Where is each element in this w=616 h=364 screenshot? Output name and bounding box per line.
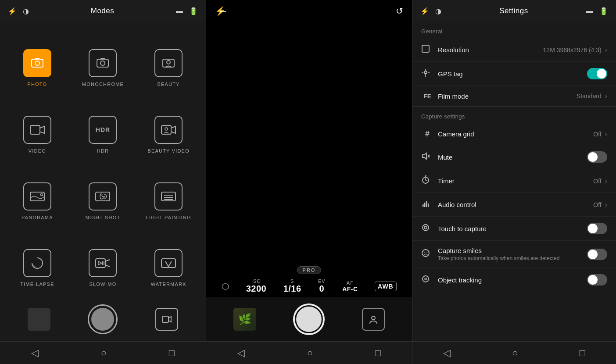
film-mode-label: Film mode (438, 93, 577, 100)
mode-beauty[interactable]: BEAUTY (136, 26, 201, 93)
camera-viewfinder[interactable] (206, 22, 412, 264)
settings-hdr-icon[interactable]: ◑ (435, 7, 441, 15)
video-btn-icon (162, 315, 172, 323)
svg-marker-9 (40, 126, 44, 133)
video-icon (29, 124, 45, 136)
awb-badge[interactable]: AWB (375, 282, 397, 291)
mute-toggle[interactable] (587, 151, 607, 163)
touch-to-capture-row[interactable]: Touch to capture (412, 217, 616, 241)
grid-icon: # (421, 129, 433, 139)
home-btn-mid[interactable]: ○ (307, 347, 313, 359)
panorama-icon (29, 190, 45, 203)
modes-panel: ⚡ ◑ Modes ▬ 🔋 PHOTO (0, 0, 206, 364)
mode-light-painting[interactable]: LIGHT PAINTING (136, 160, 201, 226)
hdr-text: HDR (96, 126, 110, 133)
recents-btn-left[interactable]: □ (169, 347, 175, 359)
film-mode-chevron: › (605, 92, 607, 100)
mode-night-shot[interactable]: NIGHT SHOT (70, 160, 136, 226)
home-btn-right[interactable]: ○ (512, 347, 518, 359)
svg-point-1 (35, 61, 39, 65)
hdr-icon[interactable]: ◑ (23, 7, 29, 15)
mode-time-lapse[interactable]: TIME-LAPSE (4, 226, 70, 293)
video-mode-btn[interactable] (155, 308, 178, 331)
ev-label: EV (318, 278, 326, 284)
mode-switch-icon[interactable]: ⬡ (222, 281, 229, 292)
toggle-icon[interactable]: ▬ (176, 7, 183, 15)
resolution-row[interactable]: Resolution 12M 3968x2976 (4:3) › (412, 38, 616, 62)
settings-content: General Resolution 12M 3968x2976 (4:3) › (412, 22, 616, 341)
gallery-thumbnail[interactable]: 🌿 (233, 308, 256, 331)
iso-setting[interactable]: ISO 3200 (246, 278, 267, 294)
home-btn-left[interactable]: ○ (101, 347, 107, 359)
mode-beauty-video[interactable]: BEAUTY VIDEO (136, 93, 201, 160)
capture-section-title: Capture settings (412, 107, 616, 123)
audio-control-row[interactable]: Audio control Off › (412, 193, 616, 217)
audio-control-label: Audio control (438, 201, 593, 208)
portrait-icon (368, 314, 379, 325)
beauty-video-icon (161, 124, 176, 136)
smiles-toggle[interactable] (587, 249, 607, 260)
modes-title: Modes (91, 7, 115, 15)
audio-control-value: Off (593, 201, 601, 208)
camera-controls: 🌿 (206, 297, 412, 341)
beauty-video-label: BEAUTY VIDEO (147, 148, 190, 153)
mute-row[interactable]: Mute (412, 145, 616, 169)
svg-point-11 (165, 128, 168, 130)
mode-photo[interactable]: PHOTO (4, 26, 70, 93)
touch-capture-toggle[interactable] (587, 223, 607, 234)
gps-row[interactable]: GPS tag (412, 62, 616, 86)
back-btn-left[interactable]: ◁ (31, 347, 39, 359)
recents-btn-right[interactable]: □ (580, 347, 585, 359)
svg-line-22 (105, 265, 110, 267)
recents-btn-mid[interactable]: □ (375, 347, 381, 359)
object-tracking-label: Object tracking (438, 276, 587, 284)
ev-setting[interactable]: EV 0 (318, 278, 326, 294)
mode-slow-mo[interactable]: SLOW-MO (70, 226, 136, 293)
svg-point-48 (422, 250, 429, 257)
capture-smiles-row[interactable]: Capture smiles Take photos automatically… (412, 241, 616, 268)
timer-row[interactable]: Timer Off › (412, 169, 616, 193)
mode-monochrome[interactable]: MONOCHROME (70, 26, 136, 93)
flash-icon[interactable]: ⚡ (8, 7, 17, 15)
af-setting[interactable]: AF AF-C (342, 280, 358, 293)
gallery-thumb-left[interactable] (28, 308, 50, 331)
iso-value: 3200 (246, 284, 267, 294)
gps-toggle-thumb (597, 69, 606, 79)
modes-top-bar: ⚡ ◑ Modes ▬ 🔋 (0, 0, 206, 22)
panorama-label: PANORAMA (21, 215, 53, 220)
monochrome-icon (96, 57, 109, 70)
back-btn-right[interactable]: ◁ (443, 347, 451, 359)
panorama-icon-box (23, 182, 51, 211)
svg-rect-43 (424, 203, 426, 207)
mode-watermark[interactable]: WATERMARK (136, 226, 201, 293)
rotate-icon[interactable]: ↺ (396, 6, 403, 16)
mute-label: Mute (438, 153, 587, 161)
monochrome-label: MONOCHROME (82, 82, 124, 87)
svg-rect-44 (426, 201, 427, 207)
svg-point-31 (372, 316, 375, 320)
settings-flash-icon[interactable]: ⚡ (420, 7, 429, 15)
watermark-icon (161, 257, 176, 269)
svg-point-4 (100, 61, 105, 65)
svg-point-33 (424, 71, 427, 74)
cam-shutter-button[interactable] (293, 303, 325, 335)
settings-top-left-icons: ⚡ ◑ (420, 7, 441, 15)
touch-capture-toggle-thumb (588, 224, 598, 233)
shutter-button[interactable] (88, 304, 118, 334)
object-tracking-toggle[interactable] (587, 274, 607, 285)
back-btn-mid[interactable]: ◁ (237, 347, 245, 359)
mode-panorama[interactable]: PANORAMA (4, 160, 70, 226)
settings-toggle-icon[interactable]: ▬ (586, 7, 593, 15)
flash-off-icon[interactable]: ⚡̶ (215, 6, 226, 16)
shutter-setting[interactable]: S 1/16 (283, 278, 301, 294)
gps-toggle[interactable] (587, 68, 607, 79)
video-label: VIDEO (29, 148, 46, 153)
object-tracking-row[interactable]: Object tracking (412, 268, 616, 292)
film-mode-row[interactable]: FE Film mode Standard › (412, 86, 616, 107)
af-label: AF (347, 280, 354, 285)
mode-video[interactable]: VIDEO (4, 93, 70, 160)
mode-hdr[interactable]: HDR HDR (70, 93, 136, 160)
timer-chevron: › (605, 177, 607, 185)
cam-portrait-btn[interactable] (362, 308, 385, 331)
camera-grid-row[interactable]: # Camera grid Off › (412, 123, 616, 145)
